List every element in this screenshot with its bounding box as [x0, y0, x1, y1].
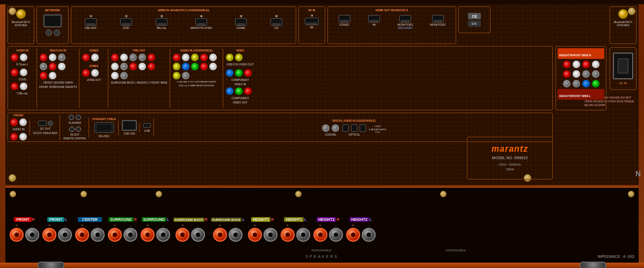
dvd-in-l[interactable]: [20, 69, 27, 76]
front-r-neg[interactable]: [25, 228, 39, 242]
bluetooth-antenna-right: Bluetooth/Wi-Fi ANTENNA: [610, 6, 636, 44]
remote-in[interactable]: [69, 126, 75, 132]
surr-l-neg[interactable]: [156, 228, 170, 242]
po-sw2[interactable]: [120, 63, 128, 70]
video-out[interactable]: [235, 54, 243, 61]
tuner-r[interactable]: [11, 54, 18, 61]
zone3-l[interactable]: [91, 54, 99, 61]
ac-in-port[interactable]: [613, 53, 633, 79]
height1-r-in[interactable]: [40, 72, 47, 79]
front-r-in[interactable]: [40, 54, 47, 61]
comp-pb[interactable]: [244, 69, 252, 77]
surr-l-pos[interactable]: [141, 228, 155, 242]
hdmi-out-monitor1[interactable]: MONITOR1 ARC/eARC: [398, 14, 413, 30]
center-neg[interactable]: [91, 228, 105, 242]
surr-back-l-pos[interactable]: [213, 228, 227, 242]
sw-in[interactable]: [40, 63, 47, 70]
front-l-in[interactable]: [49, 54, 56, 61]
h2l-label: HEIGHT2: [349, 217, 369, 222]
main-r[interactable]: [10, 133, 18, 140]
hdmi-out-monitor2[interactable]: MONITOR2: [430, 14, 445, 30]
dvd-in-r[interactable]: [11, 69, 18, 76]
h1l-neg[interactable]: [296, 228, 310, 242]
coax-1[interactable]: [322, 124, 330, 132]
tuner-l[interactable]: [20, 54, 27, 61]
bluray-in-r[interactable]: [11, 83, 18, 90]
antenna-knob-left[interactable]: [16, 9, 26, 19]
hdmi-in-3[interactable]: ③ Blu-ray: [155, 14, 168, 30]
antenna-knob-right[interactable]: [618, 9, 628, 19]
spk-screw-tr: [628, 191, 634, 197]
po-height2-r[interactable]: [129, 63, 137, 70]
front-l-neg[interactable]: [58, 228, 72, 242]
po-front-l[interactable]: [120, 54, 128, 61]
hdmi-8k-in[interactable]: ⑦ 8K: [302, 14, 322, 29]
optical-1[interactable]: [342, 124, 349, 132]
surr-l-in[interactable]: [58, 63, 65, 70]
hdmi-in-2[interactable]: ② DVD: [120, 14, 133, 30]
optical-3[interactable]: [360, 124, 366, 132]
zone3-r[interactable]: [82, 54, 90, 61]
speaker-height1-l: HEIGHT1 L + -: [281, 217, 310, 242]
marantz-section: marantz MODEL NO. SR8015 230V~ 50/60Hz78…: [467, 137, 553, 180]
phono-l[interactable]: [19, 118, 27, 126]
zone2-l[interactable]: [91, 69, 99, 77]
comp-y[interactable]: [235, 69, 243, 77]
h2r-neg[interactable]: [329, 228, 343, 242]
po-surr-back-r[interactable]: [148, 63, 155, 70]
height1-l-in[interactable]: [49, 72, 56, 79]
flasher-port2[interactable]: [76, 115, 81, 120]
po-height1[interactable]: [120, 72, 128, 79]
h1r-pos[interactable]: [248, 228, 262, 242]
po-surr-l[interactable]: [111, 63, 119, 70]
remote-out[interactable]: [76, 126, 81, 132]
speaker-height2-r: HEIGHT2 R + -: [313, 217, 343, 242]
usb-port[interactable]: [143, 123, 151, 128]
h1r-neg[interactable]: [264, 228, 277, 242]
main-l[interactable]: [19, 133, 27, 140]
surr-r-pos[interactable]: [108, 228, 122, 242]
center-in[interactable]: [58, 54, 65, 61]
hdmi-in-5[interactable]: ⑤ GAME: [235, 14, 247, 30]
hdmi-out-4k[interactable]: 4K: [368, 14, 380, 30]
ce-logo: CE: [468, 13, 481, 19]
zone2-r[interactable]: [82, 69, 90, 77]
rs232-port[interactable]: [94, 122, 114, 133]
ir-port[interactable]: [48, 121, 53, 126]
speaker-front-r: FRONT R + -: [10, 217, 39, 242]
hdmi-in-4[interactable]: ④ MEDIA PLAYER: [191, 14, 212, 30]
surr-r-neg[interactable]: [123, 228, 137, 242]
optical-2[interactable]: [351, 124, 357, 132]
flasher-port[interactable]: [69, 115, 74, 120]
po-surr-r[interactable]: [148, 54, 155, 61]
center-pos[interactable]: [75, 228, 89, 242]
hdmi-in-1[interactable]: ① CBL/SAT: [84, 14, 97, 30]
po-surr-back-l[interactable]: [111, 72, 119, 79]
front-l-label: FRONT: [47, 217, 64, 222]
h2l-pos[interactable]: [346, 228, 360, 242]
po-front-r[interactable]: [111, 54, 119, 61]
h2l-neg[interactable]: [362, 228, 376, 242]
coax-2[interactable]: [332, 124, 339, 132]
po-center[interactable]: [129, 54, 137, 61]
po-height2-l[interactable]: [138, 63, 146, 70]
front-r-pos[interactable]: [10, 228, 24, 242]
phono-r[interactable]: [10, 118, 18, 126]
hdmi-out-zone2[interactable]: ZONE2: [338, 14, 351, 30]
hdmi-out-label: HDMI OUT 8K/HDCP2.3: [330, 9, 454, 12]
surr-back-r-pos[interactable]: [175, 228, 189, 242]
surr-back-l-neg[interactable]: [229, 228, 243, 242]
front-l-pos[interactable]: [42, 228, 56, 242]
comp-pr[interactable]: [226, 69, 233, 77]
dc-out-port[interactable]: [38, 121, 47, 126]
surr-r-in[interactable]: [49, 63, 56, 70]
po-sw[interactable]: [138, 54, 146, 61]
h1l-pos[interactable]: [281, 228, 295, 242]
video-in[interactable]: [226, 54, 233, 61]
surr-back-r-neg[interactable]: [191, 228, 205, 242]
lan-port[interactable]: [122, 120, 137, 131]
bluray-in-l[interactable]: [20, 83, 27, 90]
h2r-pos[interactable]: [313, 228, 327, 242]
hdmi-in-6[interactable]: ⑥ CD: [270, 14, 283, 30]
network-port[interactable]: [43, 14, 62, 27]
